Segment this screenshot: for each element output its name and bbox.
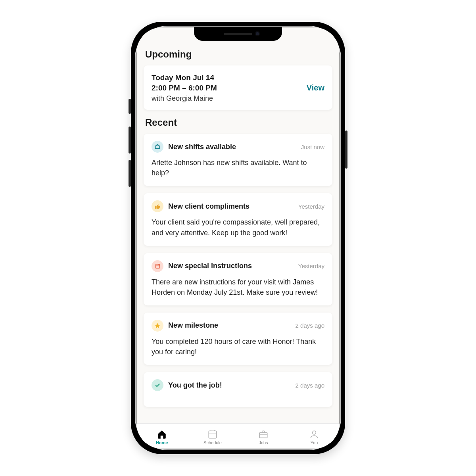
recent-card-instructions[interactable]: New special instructions Yesterday There… [144, 253, 332, 305]
recent-title: New special instructions [168, 262, 294, 270]
tab-you[interactable]: You [289, 424, 340, 449]
tab-label: You [311, 440, 318, 445]
briefcase-icon [258, 429, 269, 440]
upcoming-info: Today Mon Jul 14 2:00 PM – 6:00 PM with … [152, 73, 217, 103]
upcoming-section-title: Upcoming [145, 49, 331, 60]
recent-section-title: Recent [145, 117, 331, 128]
tab-schedule[interactable]: Schedule [187, 424, 238, 449]
thumbs-up-icon [152, 200, 163, 212]
person-icon [309, 429, 319, 440]
recent-card-shifts[interactable]: New shifts available Just now Arlette Jo… [144, 134, 332, 186]
speaker-grille [224, 33, 252, 35]
recent-card-compliments[interactable]: New client compliments Yesterday Your cl… [144, 193, 332, 246]
recent-title: New client compliments [168, 202, 294, 211]
recent-time: Just now [301, 144, 324, 150]
screen-content: Upcoming Today Mon Jul 14 2:00 PM – 6:00… [136, 27, 340, 449]
svg-rect-3 [259, 432, 267, 438]
tab-label: Schedule [203, 440, 222, 445]
side-button [129, 160, 131, 187]
upcoming-time: 2:00 PM – 6:00 PM [152, 83, 217, 93]
recent-card-milestone[interactable]: New milestone 2 days ago You completed 1… [144, 313, 332, 365]
svg-rect-1 [155, 264, 159, 268]
house-icon [157, 429, 167, 440]
phone-screen: Upcoming Today Mon Jul 14 2:00 PM – 6:00… [136, 27, 340, 449]
calendar-icon [152, 260, 163, 272]
recent-body: Your client said you're compassionate, w… [152, 217, 324, 238]
recent-title: New shifts available [168, 143, 296, 151]
upcoming-client: with Georgia Maine [152, 94, 217, 103]
recent-title: New milestone [168, 321, 291, 330]
check-icon [152, 379, 163, 391]
recent-time: 2 days ago [296, 382, 324, 389]
phone-notch [194, 27, 282, 41]
recent-body: Arlette Johnson has new shifts available… [152, 157, 324, 178]
recent-title: You got the job! [168, 381, 291, 390]
svg-point-4 [313, 431, 316, 434]
side-button [129, 99, 131, 114]
recent-time: 2 days ago [296, 322, 324, 329]
calendar-grid-icon [207, 429, 218, 440]
view-button[interactable]: View [307, 83, 324, 92]
tab-bar: Home Schedule Jobs You [136, 423, 340, 449]
star-icon [152, 320, 163, 332]
svg-rect-0 [155, 146, 160, 149]
recent-body: There are new instructions for your visi… [152, 277, 324, 298]
tab-jobs[interactable]: Jobs [238, 424, 289, 449]
upcoming-date: Today Mon Jul 14 [152, 73, 217, 83]
tab-label: Jobs [259, 440, 268, 445]
recent-card-job[interactable]: You got the job! 2 days ago [144, 372, 332, 407]
briefcase-icon [152, 141, 163, 153]
recent-time: Yesterday [298, 203, 324, 210]
tab-label: Home [156, 440, 168, 445]
front-camera [255, 31, 260, 36]
upcoming-card[interactable]: Today Mon Jul 14 2:00 PM – 6:00 PM with … [144, 65, 332, 110]
recent-time: Yesterday [298, 263, 324, 269]
side-button [345, 131, 347, 169]
side-button [129, 127, 131, 154]
recent-body: You completed 120 hours of care with Hon… [152, 336, 324, 357]
tab-home[interactable]: Home [136, 424, 187, 449]
phone-frame: Upcoming Today Mon Jul 14 2:00 PM – 6:00… [131, 22, 345, 454]
